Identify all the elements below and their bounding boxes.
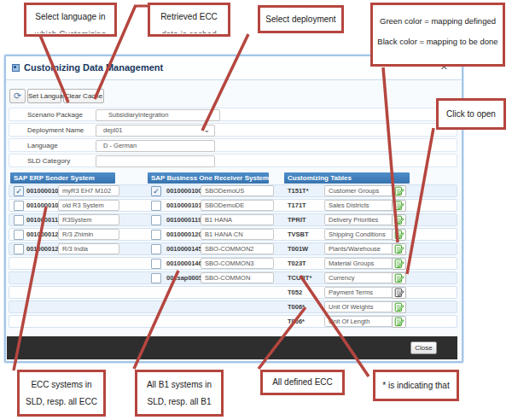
edit-mapping-icon[interactable]	[392, 301, 406, 313]
b1-row-checkbox[interactable]	[151, 259, 161, 269]
callout-all-defined-ecc: All defined ECC	[260, 370, 345, 395]
scenario-package-label: Scenario Package	[27, 111, 83, 119]
b1-row-checkbox[interactable]: ✓	[151, 186, 161, 196]
erp-row-checkbox[interactable]: ✓	[14, 186, 24, 196]
customizing-table-name[interactable]: Unit Of Weights	[324, 301, 397, 312]
customizing-table-key: TCURT*	[288, 274, 311, 282]
b1-row-system-name[interactable]: SBO-COMMON3	[201, 258, 274, 269]
customizing-table-key: T023T	[288, 260, 306, 267]
form-row: Deployment Name depl01⌄	[9, 123, 457, 137]
customizing-table-key: T006*	[288, 318, 305, 325]
customizing-table-key: T006*	[288, 303, 305, 311]
sld-category-label: SLD Category	[27, 157, 70, 165]
b1-row-system-name[interactable]: SBODemoUS	[201, 185, 274, 196]
b1-row-checkbox[interactable]	[151, 201, 161, 211]
deployment-name-label: Deployment Name	[27, 126, 84, 134]
table-row: T052Payment Terms	[9, 286, 457, 299]
form-row: Scenario Package SubsidiaryIntegration	[9, 108, 457, 121]
edit-mapping-icon[interactable]	[392, 185, 406, 197]
customizing-table-key: T151T*	[288, 187, 309, 195]
callout-asterisk-note: * is indicating that	[373, 370, 459, 401]
refresh-icon: ⟳	[14, 90, 21, 101]
customizing-table-name[interactable]: Shipping Conditions	[324, 229, 397, 240]
table-row: 0010000146SBO-COMMON3T023TMaterial Group…	[9, 257, 457, 270]
erp-row-checkbox[interactable]	[14, 244, 24, 254]
deployment-name-select[interactable]: depl01⌄	[96, 125, 215, 137]
erp-row-system-name[interactable]: myR3 EH7 M102	[58, 185, 119, 196]
table-row: 0010000123R/3 India0010000145SBO-COMMON2…	[9, 242, 457, 255]
callout-mapping-legend: Green color = mapping definged Black col…	[370, 3, 505, 67]
dialog-icon	[12, 64, 20, 72]
erp-row-system-name[interactable]: old R3 System	[58, 200, 119, 211]
b1-row-checkbox[interactable]	[151, 230, 161, 240]
b1-row-system-name[interactable]: B1 HANA	[201, 214, 274, 225]
customizing-table-name[interactable]: Sales Districts	[324, 200, 397, 211]
table-row: ✓0010000102myR3 EH7 M102✓0010000100SBODe…	[9, 184, 457, 197]
scenario-package-field[interactable]: SubsidiaryIntegration	[96, 109, 220, 121]
dialog-footer	[7, 336, 457, 359]
customizing-data-management-dialog: Customizing Data Management ✕ ⟳ Set Lang…	[4, 55, 463, 363]
screenshot-canvas: Customizing Data Management ✕ ⟳ Set Lang…	[0, 0, 512, 420]
erp-row-system-name[interactable]: R3System	[58, 214, 119, 225]
erp-row-system-id: 0010000122	[26, 230, 62, 238]
erp-row-checkbox[interactable]	[14, 201, 24, 211]
table-row: 001sap0005SBO-COMMONTCURT*Currency	[9, 271, 457, 284]
b1-row-system-id: 0010000120	[166, 230, 202, 238]
b1-row-system-id: 0010000101	[166, 201, 202, 209]
b1-row-system-id: 001sap0005	[166, 274, 202, 282]
language-label: Language	[27, 142, 58, 149]
form-row: Language D - German	[9, 138, 457, 152]
erp-table-header: SAP ERP Sender System	[10, 172, 115, 184]
b1-row-system-name[interactable]: SBODemoDE	[201, 200, 274, 211]
refresh-button[interactable]: ⟳	[9, 89, 26, 103]
edit-mapping-icon[interactable]	[392, 214, 406, 226]
edit-mapping-icon[interactable]	[392, 258, 406, 270]
edit-mapping-icon[interactable]	[392, 229, 406, 241]
close-button[interactable]: Close	[410, 341, 437, 354]
edit-mapping-icon[interactable]	[392, 316, 406, 328]
callout-select-language: Select language in which Customizing	[24, 3, 117, 37]
customizing-table-name[interactable]: Payment Terms	[324, 287, 397, 298]
b1-row-system-id: 0010000145	[166, 245, 202, 253]
clear-cache-button[interactable]: Clear Cache	[63, 89, 104, 103]
sld-category-field[interactable]	[96, 155, 215, 167]
erp-row-checkbox[interactable]	[14, 215, 24, 225]
set-language-button[interactable]: Set Language	[27, 89, 61, 103]
table-row: 0010000122R/3 Zhimin0010000120B1 HANA CN…	[9, 228, 457, 241]
b1-row-system-name[interactable]: B1 HANA CN	[201, 229, 274, 240]
b1-row-system-id: 0010000119	[166, 216, 201, 224]
customizing-table-name[interactable]: Customer Groups	[324, 185, 397, 196]
erp-row-system-id: 0010000123	[26, 245, 62, 253]
callout-click-to-open: Click to open	[436, 98, 506, 130]
customizing-table-key: T171T	[288, 201, 306, 209]
edit-mapping-icon[interactable]	[392, 287, 406, 299]
table-row: 0010000107old R3 System0010000101SBODemo…	[9, 199, 457, 212]
b1-row-checkbox[interactable]	[151, 215, 161, 225]
customizing-table-key: TPRIT	[288, 216, 306, 224]
customizing-table-name[interactable]: Plants/Warehouse	[324, 243, 397, 254]
b1-row-system-name[interactable]: SBO-COMMON	[201, 272, 274, 283]
b1-row-checkbox[interactable]	[151, 273, 161, 283]
language-field[interactable]: D - German	[96, 140, 215, 152]
b1-row-checkbox[interactable]	[151, 244, 161, 254]
customizing-table-name[interactable]: Unit Of Length	[324, 316, 397, 327]
edit-mapping-icon[interactable]	[392, 272, 406, 284]
erp-row-system-name[interactable]: R/3 Zhimin	[58, 229, 119, 240]
customizing-table-name[interactable]: Material Groups	[324, 258, 397, 269]
edit-mapping-icon[interactable]	[392, 200, 406, 212]
table-row: 0010000111R3System0010000119B1 HANATPRIT…	[9, 213, 457, 226]
chevron-down-icon: ⌄	[203, 125, 210, 135]
erp-row-system-name[interactable]: R/3 India	[58, 243, 119, 254]
dialog-title: Customizing Data Management	[24, 62, 163, 73]
customizing-table-key: TVSBT	[288, 230, 309, 238]
customizing-table-key: T001W	[288, 245, 308, 253]
b1-table-header: SAP Business One Receiver Systems	[148, 172, 269, 184]
erp-row-system-id: 0010000107	[26, 201, 62, 209]
b1-row-system-id: 0010000146	[166, 260, 202, 267]
b1-row-system-name[interactable]: SBO-COMMON2	[201, 243, 274, 254]
erp-row-checkbox[interactable]	[14, 230, 24, 240]
edit-mapping-icon[interactable]	[392, 243, 406, 255]
erp-row-system-id: 0010000111	[26, 216, 61, 224]
customizing-table-name[interactable]: Delivery Priorities	[324, 214, 397, 225]
customizing-table-name[interactable]: Currency	[324, 272, 397, 283]
